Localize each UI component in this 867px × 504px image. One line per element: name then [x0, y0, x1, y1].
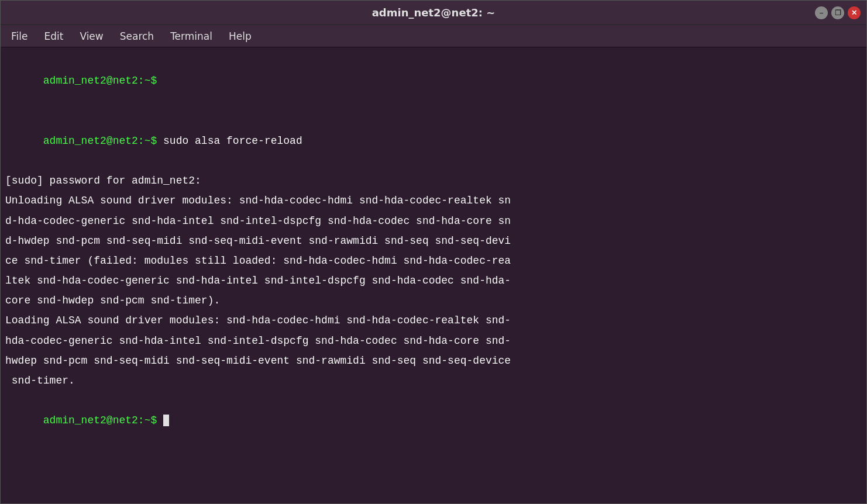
terminal-line-10: Loading ALSA sound driver modules: snd-h… [5, 310, 862, 330]
terminal-body[interactable]: admin_net2@net2:~$ admin_net2@net2:~$ su… [1, 47, 866, 503]
menu-search[interactable]: Search [114, 28, 160, 44]
terminal-line-7: ce snd-timer (failed: modules still load… [5, 251, 862, 271]
terminal-line-5: d-hda-codec-generic snd-hda-intel snd-in… [5, 211, 862, 231]
terminal-line-13: snd-timer. [5, 371, 862, 391]
menu-file[interactable]: File [5, 28, 33, 44]
minimize-button[interactable]: – [815, 6, 828, 19]
cursor [163, 415, 169, 426]
command-1: sudo alsa force-reload [157, 135, 302, 147]
window-controls: – ❐ ✕ [815, 6, 861, 19]
title-bar: admin_net2@net2: ~ – ❐ ✕ [1, 1, 866, 25]
terminal-line-1: admin_net2@net2:~$ [5, 51, 862, 111]
terminal-line-8: ltek snd-hda-codec-generic snd-hda-intel… [5, 271, 862, 291]
menu-edit[interactable]: Edit [38, 28, 69, 44]
menu-terminal[interactable]: Terminal [164, 28, 218, 44]
menu-view[interactable]: View [74, 28, 109, 44]
current-input[interactable] [157, 415, 163, 426]
prompt-1: admin_net2@net2:~$ [43, 75, 157, 87]
terminal-line-3: [sudo] password for admin_net2: [5, 171, 862, 191]
window-title: admin_net2@net2: ~ [372, 6, 496, 19]
prompt-2: admin_net2@net2:~$ [43, 135, 157, 147]
terminal-line-11: hda-codec-generic snd-hda-intel snd-inte… [5, 331, 862, 351]
menu-bar: File Edit View Search Terminal Help [1, 25, 866, 47]
maximize-button[interactable]: ❐ [831, 6, 844, 19]
menu-help[interactable]: Help [223, 28, 257, 44]
terminal-line-12: hwdep snd-pcm snd-seq-midi snd-seq-midi-… [5, 351, 862, 371]
terminal-window: admin_net2@net2: ~ – ❐ ✕ File Edit View … [0, 0, 867, 504]
terminal-line-14: admin_net2@net2:~$ [5, 391, 862, 451]
terminal-line-9: core snd-hwdep snd-pcm snd-timer). [5, 291, 862, 310]
prompt-3: admin_net2@net2:~$ [43, 415, 157, 426]
terminal-line-6: d-hwdep snd-pcm snd-seq-midi snd-seq-mid… [5, 231, 862, 251]
terminal-line-4: Unloading ALSA sound driver modules: snd… [5, 191, 862, 210]
close-button[interactable]: ✕ [848, 6, 861, 19]
terminal-line-2: admin_net2@net2:~$ sudo alsa force-reloa… [5, 111, 862, 171]
